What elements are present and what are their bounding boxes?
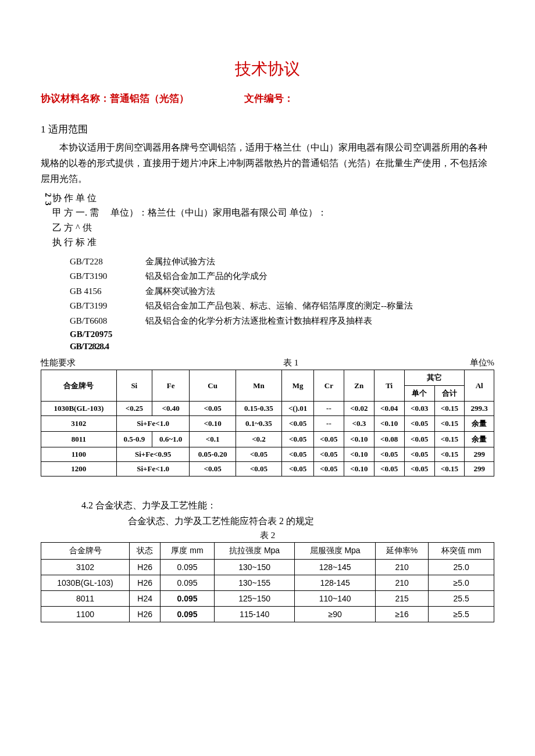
cell: <0.05 [404, 416, 434, 432]
std-tail1: GB/T20975 [70, 328, 494, 341]
table-2: 合金牌号 状态 厚度 mm 抗拉强度 Mpa 屈服强度 Mpa 延伸率% 杯突值… [41, 542, 494, 622]
vnum: 2 3 [41, 191, 52, 250]
cell: <0.05 [374, 447, 404, 462]
cell: <0.10 [344, 432, 374, 447]
cell: <0.2 [236, 432, 281, 447]
std-row: GB/T3199铝及铝合金加工产品包装、标志、运输、储存铝箔厚度的测定--称量法 [70, 299, 494, 314]
table-row: 1100 Si+Fe<0.95 0.05-0.20 <0.05 <0.05 <0… [41, 447, 494, 462]
cell: 130~150 [214, 560, 295, 575]
th-other-total: 合计 [434, 386, 465, 402]
cell: <0.10 [374, 416, 404, 432]
cell: 115-140 [214, 607, 295, 622]
cell: Si+Fe<1.0 [116, 416, 190, 432]
standards-list: GB/T228金属拉伸试验方法 GB/T3190铝及铝合金加工产品的化学成分 G… [70, 255, 494, 329]
cell: 余量 [465, 416, 494, 432]
t1-mid: 表 1 [157, 357, 425, 368]
cell: ≥90 [295, 607, 376, 622]
assoc-block: 2 3 协 作 单 位 甲 方 一. 需 单位）：格兰仕（中山）家用电器有限公司… [41, 191, 494, 250]
th-si: Si [116, 370, 152, 402]
cell: -- [314, 402, 344, 416]
th-yield: 屈服强度 Mpa [295, 543, 376, 560]
cell: 0.05-0.20 [190, 447, 236, 462]
cell: 0.095 [160, 560, 215, 575]
cell: Si+Fe<1.0 [116, 462, 190, 476]
cell: 299.3 [465, 402, 494, 416]
th-ti: Ti [374, 370, 404, 402]
table-row: 3102 H26 0.095 130~150 128~145 210 25.0 [41, 560, 494, 575]
cell: 110~140 [295, 591, 376, 607]
cell: <0.40 [152, 402, 190, 416]
cell: <0.05 [404, 432, 434, 447]
cell: <0.3 [344, 416, 374, 432]
cell: 299 [465, 462, 494, 476]
cell: 0.6~1.0 [152, 432, 190, 447]
th-al: Al [465, 370, 494, 402]
table-row: 1100 H26 0.095 115-140 ≥90 ≥16 ≥5.5 [41, 607, 494, 622]
cell: 0.095 [160, 591, 215, 607]
docno-label: 文件编号： [244, 93, 294, 104]
cell: <0.10 [190, 416, 236, 432]
cell: <0.15 [434, 462, 465, 476]
assoc-l4b: 行 标 准 [64, 237, 97, 247]
std-desc: 铝及铝合金的化学分析方法逐批检查计数抽样程序及抽样表 [145, 314, 494, 329]
cell: <0.05 [374, 462, 404, 476]
cell: <0.05 [282, 462, 314, 476]
t1-left: 性能要求 [41, 357, 157, 368]
sec42-heading: 4.2 合金状态、力学及工艺性能： [81, 500, 494, 512]
std-tail2: GB/T2828.4 [70, 341, 494, 353]
assoc-l2c: 单位）：格兰仕（中山）家用电器有限公司 单位）： [110, 207, 327, 217]
th-alloy: 合金牌号 [41, 370, 117, 402]
cell: 3102 [41, 560, 130, 575]
material-value: 普通铝箔（光箔） [110, 93, 189, 104]
cell: <0.05 [404, 462, 434, 476]
std-desc: 金属杯突试验方法 [145, 284, 494, 299]
cell: <0.25 [116, 402, 152, 416]
cell: 128~145 [295, 560, 376, 575]
std-code: GB/T3190 [70, 269, 145, 284]
cell: 1030B(GL-103) [41, 575, 130, 591]
t1-title-row: 性能要求 表 1 单位% [41, 357, 494, 368]
cell: <0.03 [404, 402, 434, 416]
cell: 余量 [465, 432, 494, 447]
cell: -- [314, 416, 344, 432]
cell: 125~150 [214, 591, 295, 607]
table-row: 1030B(GL-103) H26 0.095 130~155 128-145 … [41, 575, 494, 591]
assoc-l3a: 乙 [52, 223, 62, 232]
th-other-single: 单个 [404, 386, 434, 402]
page-title: 技术协议 [41, 58, 494, 80]
table-row: 8011 0.5-0.9 0.6~1.0 <0.1 <0.2 <0.05 <0.… [41, 432, 494, 447]
assoc-l3b: 方 ^ 供 [64, 223, 92, 232]
th-cu: Cu [190, 370, 236, 402]
t1-right: 单位% [425, 357, 494, 368]
cell: <0.05 [314, 447, 344, 462]
th-other: 其它 [404, 370, 465, 386]
th-elong: 延伸率% [375, 543, 428, 560]
cell: 25.5 [429, 591, 494, 607]
cell: 210 [375, 575, 428, 591]
th-cr: Cr [314, 370, 344, 402]
cell: 128-145 [295, 575, 376, 591]
sec1-para: 本协议适用于房间空调器用各牌号空调铝箔，适用于格兰仕（中山）家用电器有限公司空调… [41, 139, 494, 187]
assoc-l4a: 执 [52, 237, 62, 247]
std-row: GB/T6608铝及铝合金的化学分析方法逐批检查计数抽样程序及抽样表 [70, 314, 494, 329]
cell: 0.5-0.9 [116, 432, 152, 447]
header-line: 协议材料名称：普通铝箔（光箔） 文件编号： [41, 92, 494, 105]
th-cup: 杯突值 mm [429, 543, 494, 560]
cell: 0.15-0.35 [236, 402, 281, 416]
cell: <0.05 [236, 462, 281, 476]
std-row: GB/T3190铝及铝合金加工产品的化学成分 [70, 269, 494, 284]
cell: 0.1~0.35 [236, 416, 281, 432]
cell: 1100 [41, 607, 130, 622]
th-fe: Fe [152, 370, 190, 402]
cell: <0.1 [190, 432, 236, 447]
assoc-l1: 协 作 单 位 [52, 191, 327, 206]
table-row: 1200 Si+Fe<1.0 <0.05 <0.05 <0.05 <0.05 <… [41, 462, 494, 476]
cell: <0.05 [314, 432, 344, 447]
table-1: 合金牌号 Si Fe Cu Mn Mg Cr Zn Ti 其它 Al 单个 合计… [41, 370, 494, 476]
th-mg: Mg [282, 370, 314, 402]
cell: ≥16 [375, 607, 428, 622]
cell: ≥5.5 [429, 607, 494, 622]
std-desc: 铝及铝合金加工产品的化学成分 [145, 269, 494, 284]
cell: 130~155 [214, 575, 295, 591]
table-row: 1030B(GL-103) <0.25 <0.40 <0.05 0.15-0.3… [41, 402, 494, 416]
